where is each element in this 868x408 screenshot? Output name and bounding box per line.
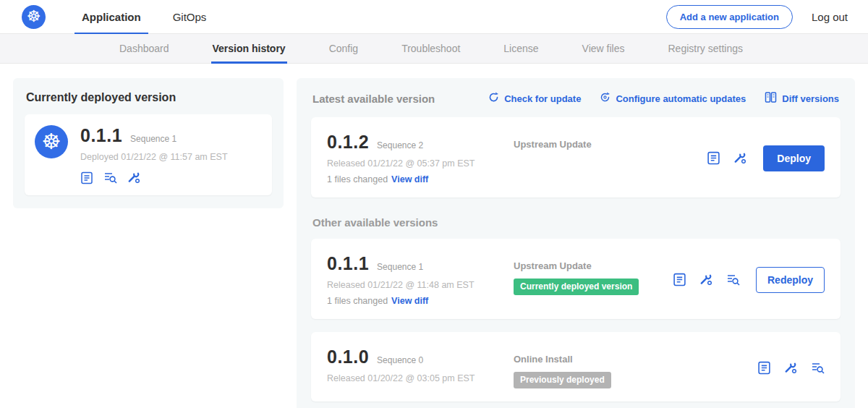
kubernetes-wheel-icon: ☸ (42, 131, 61, 153)
currently-deployed-badge: Currently deployed version (514, 279, 639, 295)
diff-icon[interactable] (811, 361, 825, 375)
logout-link[interactable]: Log out (812, 11, 848, 23)
released-timestamp: Released 01/21/22 @ 05:37 pm EST (327, 158, 514, 169)
latest-version-header: Latest available version Check for updat… (312, 91, 839, 106)
previously-deployed-badge: Previously deployed (514, 372, 611, 388)
version-actions (757, 361, 825, 375)
configure-auto-updates-link[interactable]: Configure automatic updates (600, 92, 746, 105)
currently-deployed-panel: Currently deployed version ☸ 0.1.1 Seque… (13, 78, 284, 208)
subnav-tab-dashboard[interactable]: Dashboard (118, 34, 171, 63)
other-versions-title: Other available versions (312, 216, 839, 229)
source-label: Upstream Update (514, 139, 707, 150)
version-number: 0.1.0 (327, 347, 369, 367)
version-card-0-1-0: 0.1.0 Sequence 0 Released 01/20/22 @ 03:… (311, 332, 841, 401)
tab-application[interactable]: Application (75, 0, 148, 33)
app-logo: ☸ (35, 125, 68, 158)
subnav-tab-troubleshoot[interactable]: Troubleshoot (400, 34, 461, 63)
version-card-0-1-2: 0.1.2 Sequence 2 Released 01/21/22 @ 05:… (311, 117, 841, 197)
version-header-actions: Check for update Configure automatic upd… (488, 91, 839, 106)
latest-version-title: Latest available version (312, 93, 435, 105)
config-wrench-icon[interactable] (699, 273, 713, 286)
redeploy-button[interactable]: Redeploy (756, 267, 825, 293)
version-number: 0.1.2 (327, 132, 369, 153)
top-navbar: ☸ Application GitOps Add a new applicati… (0, 0, 868, 34)
version-source: Upstream Update (514, 132, 707, 184)
release-notes-icon[interactable] (673, 273, 686, 286)
subnav-tab-registry-settings[interactable]: Registry settings (666, 34, 744, 63)
released-timestamp: Released 01/20/22 @ 03:05 pm EST (327, 373, 514, 383)
diff-versions-link[interactable]: Diff versions (765, 91, 839, 106)
version-source: Upstream Update Currently deployed versi… (514, 253, 673, 306)
navbar-right: Add a new application Log out (666, 0, 848, 33)
release-notes-icon[interactable] (707, 151, 720, 165)
config-wrench-icon[interactable] (784, 361, 798, 375)
deploy-button[interactable]: Deploy (763, 145, 825, 171)
add-application-button[interactable]: Add a new application (666, 5, 793, 29)
diff-panes-icon (765, 91, 777, 106)
source-label: Online Install (514, 354, 757, 365)
tab-gitops[interactable]: GitOps (166, 0, 214, 33)
release-notes-icon[interactable] (80, 171, 93, 184)
sequence-label: Sequence 2 (377, 140, 423, 150)
subnav-tab-version-history[interactable]: Version history (211, 34, 287, 63)
auto-update-gear-icon (600, 92, 610, 105)
version-number: 0.1.1 (327, 253, 369, 274)
version-source: Online Install Previously deployed (514, 347, 757, 388)
refresh-icon (488, 92, 499, 105)
files-changed: 1 files changedView diff (327, 174, 514, 184)
view-diff-link[interactable]: View diff (391, 296, 428, 306)
sequence-label: Sequence 1 (377, 262, 423, 272)
main-content: Currently deployed version ☸ 0.1.1 Seque… (0, 64, 868, 408)
config-wrench-icon[interactable] (127, 171, 141, 184)
version-card-0-1-1: 0.1.1 Sequence 1 Released 01/21/22 @ 11:… (311, 239, 841, 319)
version-info: 0.1.1 Sequence 1 Released 01/21/22 @ 11:… (327, 253, 514, 306)
deployed-version-number: 0.1.1 (80, 125, 122, 146)
currently-deployed-title: Currently deployed version (26, 91, 272, 104)
version-info: 0.1.2 Sequence 2 Released 01/21/22 @ 05:… (327, 132, 514, 184)
source-label: Upstream Update (514, 260, 673, 271)
files-changed: 1 files changedView diff (327, 296, 514, 306)
kubernetes-logo: ☸ (22, 5, 46, 29)
subnav-tab-config[interactable]: Config (328, 34, 359, 63)
subnav-tab-view-files[interactable]: View files (581, 34, 626, 63)
primary-nav: Application GitOps (75, 0, 231, 33)
version-info: 0.1.0 Sequence 0 Released 01/20/22 @ 03:… (327, 347, 514, 388)
deployed-sequence-label: Sequence 1 (130, 134, 176, 144)
tab-application-label: Application (82, 11, 141, 23)
deployed-version-card: ☸ 0.1.1 Sequence 1 Deployed 01/21/22 @ 1… (25, 114, 272, 195)
deployed-timestamp: Deployed 01/21/22 @ 11:57 am EST (80, 152, 228, 162)
view-diff-link[interactable]: View diff (391, 174, 428, 184)
diff-icon[interactable] (726, 273, 740, 286)
version-actions: Deploy (707, 145, 825, 171)
kubernetes-wheel-icon: ☸ (27, 9, 41, 25)
sequence-label: Sequence 0 (377, 355, 423, 365)
deployed-version-info: 0.1.1 Sequence 1 Deployed 01/21/22 @ 11:… (80, 125, 228, 184)
app-subnav: Dashboard Version history Config Trouble… (0, 34, 868, 64)
released-timestamp: Released 01/21/22 @ 11:48 am EST (327, 280, 514, 290)
diff-icon[interactable] (103, 171, 117, 184)
version-actions: Redeploy (673, 267, 825, 293)
release-notes-icon[interactable] (757, 361, 771, 375)
tab-gitops-label: GitOps (173, 11, 207, 23)
check-for-update-link[interactable]: Check for update (488, 92, 581, 105)
version-history-panel: Latest available version Check for updat… (297, 78, 855, 408)
config-wrench-icon[interactable] (733, 151, 747, 165)
subnav-tab-license[interactable]: License (502, 34, 540, 63)
